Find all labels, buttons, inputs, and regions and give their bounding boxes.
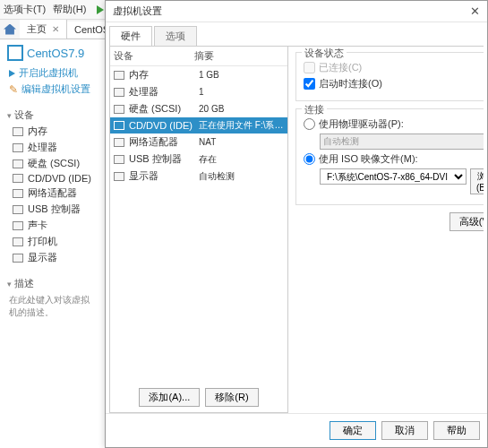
tab-options[interactable]: 选项 <box>154 26 197 46</box>
play-icon <box>9 70 15 77</box>
connected-checkbox-row: 已连接(C) <box>304 61 484 74</box>
dialog-tabs: 硬件 选项 <box>106 22 487 46</box>
vm-title-row: CentOS7.9 <box>7 45 98 61</box>
vm-name: CentOS7.9 <box>27 47 84 60</box>
sidebar-item-printer[interactable]: 打印机 <box>13 235 98 248</box>
pencil-icon: ✎ <box>9 83 18 96</box>
physical-drive-select: 自动检测 <box>320 134 484 150</box>
hardware-list-buttons: 添加(A)... 移除(R) <box>110 383 287 412</box>
play-icon <box>97 5 104 14</box>
connection-legend: 连接 <box>302 103 327 116</box>
settings-pane: 设备状态 已连接(C) 启动时连接(O) 连接 使用物理驱动器(P): 自动检测 <box>288 47 484 413</box>
dialog-title: 虚拟机设置 <box>113 4 162 18</box>
cpu-icon <box>114 88 124 97</box>
physical-drive-select-row: 自动检测 <box>320 134 484 150</box>
left-panel: CentOS7.9 开启此虚拟机 ✎ 编辑虚拟机设置 设备 内存 处理器 硬盘 … <box>0 39 105 448</box>
col-device: 设备 <box>114 49 194 63</box>
hardware-list-header: 设备 摘要 <box>110 47 287 66</box>
sidebar-item-display[interactable]: 显示器 <box>13 251 98 264</box>
disk-icon <box>114 105 124 114</box>
printer-icon <box>13 237 23 246</box>
physical-drive-radio[interactable] <box>304 118 315 130</box>
ok-button[interactable]: 确定 <box>330 421 376 440</box>
dialog-body: 设备 摘要 内存1 GB 处理器1 硬盘 (SCSI)20 GB CD/DVD … <box>109 46 484 413</box>
close-icon[interactable]: ✕ <box>52 24 59 34</box>
hw-row-disk[interactable]: 硬盘 (SCSI)20 GB <box>110 100 287 117</box>
memory-icon <box>13 127 23 136</box>
sidebar-item-network[interactable]: 网络适配器 <box>13 186 98 200</box>
tab-home-label: 主页 <box>27 22 47 36</box>
sound-icon <box>13 221 23 230</box>
dialog-titlebar: 虚拟机设置 ✕ <box>106 1 487 22</box>
devices-header[interactable]: 设备 <box>7 108 98 122</box>
iso-radio-row[interactable]: 使用 ISO 映像文件(M): <box>304 152 484 166</box>
dialog-close-button[interactable]: ✕ <box>470 4 480 18</box>
usb-icon <box>13 205 23 214</box>
connection-group: 连接 使用物理驱动器(P): 自动检测 使用 ISO 映像文件(M): F:\系… <box>295 108 484 205</box>
description-header[interactable]: 描述 <box>7 277 98 290</box>
hw-row-cddvd[interactable]: CD/DVD (IDE)正在使用文件 F:\系统\CentO... <box>110 117 287 134</box>
hw-row-network[interactable]: 网络适配器NAT <box>110 134 287 151</box>
disk-icon <box>13 159 23 168</box>
edit-settings-label: 编辑虚拟机设置 <box>21 82 90 96</box>
sidebar-item-cpu[interactable]: 处理器 <box>13 141 98 154</box>
disc-icon <box>114 121 124 130</box>
hw-row-display[interactable]: 显示器自动检测 <box>110 168 287 185</box>
connected-checkbox <box>304 62 315 73</box>
iso-path-select[interactable]: F:\系统\CentOS-7-x86_64-DVI <box>320 168 467 185</box>
display-icon <box>13 254 23 263</box>
hw-row-usb[interactable]: USB 控制器存在 <box>110 151 287 168</box>
cpu-icon <box>13 143 23 152</box>
hardware-list: 设备 摘要 内存1 GB 处理器1 硬盘 (SCSI)20 GB CD/DVD … <box>109 47 288 413</box>
sidebar-item-sound[interactable]: 声卡 <box>13 219 98 232</box>
help-button[interactable]: 帮助 <box>433 421 480 440</box>
col-summary: 摘要 <box>194 49 214 63</box>
power-on-label: 开启此虚拟机 <box>19 66 78 80</box>
description-placeholder[interactable]: 在此处键入对该虚拟机的描述。 <box>9 294 98 319</box>
memory-icon <box>114 71 124 80</box>
sidebar-item-usb[interactable]: USB 控制器 <box>13 202 98 216</box>
home-icon[interactable] <box>4 24 16 35</box>
add-hardware-button[interactable]: 添加(A)... <box>139 388 200 407</box>
tab-hardware[interactable]: 硬件 <box>109 26 152 46</box>
display-icon <box>114 172 124 181</box>
advanced-button[interactable]: 高级(V)... <box>449 212 484 231</box>
tab-home[interactable]: 主页 ✕ <box>20 20 67 39</box>
network-icon <box>114 138 124 147</box>
hardware-list-fill <box>110 185 287 383</box>
connect-at-poweron-checkbox[interactable] <box>304 78 315 90</box>
sidebar-item-memory[interactable]: 内存 <box>13 125 98 138</box>
vm-settings-dialog: 虚拟机设置 ✕ 硬件 选项 设备 摘要 内存1 GB 处理器1 硬盘 (SCSI… <box>105 0 488 448</box>
iso-radio[interactable] <box>304 153 315 165</box>
hw-row-memory[interactable]: 内存1 GB <box>110 66 287 83</box>
cancel-button[interactable]: 取消 <box>381 421 428 440</box>
iso-path-row: F:\系统\CentOS-7-x86_64-DVI 浏览(B)... <box>320 168 484 194</box>
connect-at-poweron-row[interactable]: 启动时连接(O) <box>304 77 484 90</box>
edit-settings-link[interactable]: ✎ 编辑虚拟机设置 <box>9 82 98 96</box>
network-icon <box>13 189 23 198</box>
browse-button[interactable]: 浏览(B)... <box>470 168 484 194</box>
disc-icon <box>13 174 23 183</box>
vm-logo-icon <box>7 45 23 61</box>
menu-options-card[interactable]: 选项卡(T) <box>4 3 46 16</box>
dialog-footer: 确定 取消 帮助 <box>106 413 487 447</box>
hw-row-cpu[interactable]: 处理器1 <box>110 83 287 100</box>
sidebar-item-disk[interactable]: 硬盘 (SCSI) <box>13 157 98 170</box>
physical-drive-radio-row[interactable]: 使用物理驱动器(P): <box>304 117 484 131</box>
usb-icon <box>114 155 124 164</box>
menu-help[interactable]: 帮助(H) <box>53 3 86 16</box>
sidebar-item-cddvd[interactable]: CD/DVD (IDE) <box>13 173 98 184</box>
advanced-row: 高级(V)... <box>295 212 484 231</box>
power-on-link[interactable]: 开启此虚拟机 <box>9 66 98 80</box>
device-status-group: 设备状态 已连接(C) 启动时连接(O) <box>295 52 484 101</box>
device-status-legend: 设备状态 <box>302 47 347 60</box>
remove-hardware-button[interactable]: 移除(R) <box>205 388 258 407</box>
